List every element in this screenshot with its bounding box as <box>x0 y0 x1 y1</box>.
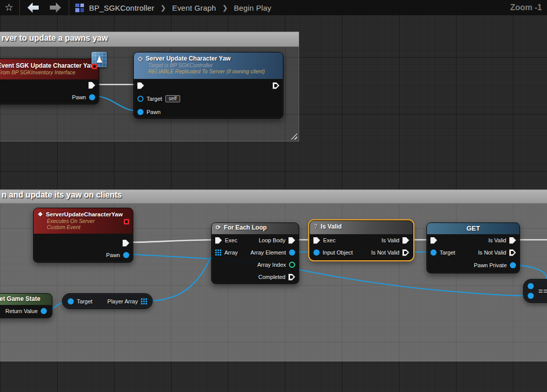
exec-in-pin[interactable] <box>430 237 437 244</box>
node-title: For Each Loop <box>224 224 267 231</box>
equals-input-b-pin[interactable] <box>528 293 534 299</box>
exec-in-pin[interactable] <box>313 237 320 244</box>
exec-out-pin[interactable] <box>273 82 279 89</box>
node-title: Get Game State <box>0 295 48 302</box>
pawn-out-pin[interactable] <box>123 252 129 258</box>
is-valid-out-pin[interactable] <box>402 237 409 244</box>
pin-label-target: Target <box>147 96 162 102</box>
player-array-out-pin[interactable] <box>141 298 147 304</box>
is-not-valid-out-pin[interactable] <box>402 249 409 256</box>
loop-body-out-pin[interactable] <box>289 237 295 244</box>
pin-label-exec: Exec <box>225 237 237 243</box>
pin-label-target: Target <box>440 249 455 256</box>
pin-label-array: Array <box>224 249 238 256</box>
exec-out-pin[interactable] <box>89 82 95 89</box>
pin-label-array-element: Array Element <box>250 249 286 256</box>
node-is-valid[interactable]: ?Is Valid Exec Is Valid Input Object Is … <box>309 220 413 260</box>
pin-label-exec: Exec <box>323 237 335 243</box>
breadcrumb-chevron-icon: ❯ <box>222 4 228 12</box>
node-get-pawn-private[interactable]: GET Is Valid Target Is Not Valid Pawn Pr… <box>426 222 520 273</box>
toolbar-divider <box>19 0 20 15</box>
favorite-star-icon[interactable]: ☆ <box>5 3 13 12</box>
node-subtitle: From BP SGKInventory Interface <box>0 69 95 75</box>
node-title: Is Valid <box>321 223 341 230</box>
input-object-in-pin[interactable] <box>313 249 320 256</box>
equals-operator-label: == <box>538 287 547 295</box>
comment-resize-handle[interactable] <box>290 132 297 139</box>
array-index-out-pin[interactable] <box>289 262 295 268</box>
is-valid-out-pin[interactable] <box>509 237 516 244</box>
pin-label-is-valid: Is Valid <box>488 237 506 243</box>
pin-label-pawn: Pawn <box>106 252 120 258</box>
is-not-valid-out-pin[interactable] <box>509 249 516 256</box>
node-title: ServerUpdateCharacterYaw <box>46 211 123 217</box>
target-in-pin[interactable] <box>68 298 74 304</box>
node-server-update-character-yaw[interactable]: ◇Server Update Character Yaw Target is B… <box>133 52 283 119</box>
pin-label-player-array: Player Array <box>107 298 138 304</box>
node-get-player-array[interactable]: Target Player Array <box>62 293 153 309</box>
pawn-in-pin[interactable] <box>137 109 143 115</box>
pawn-private-out-pin[interactable] <box>510 262 516 268</box>
exec-in-pin[interactable] <box>215 237 222 244</box>
breadcrumb-graph-name[interactable]: Event Graph <box>172 4 216 12</box>
comment-title: rver to update a pawns yaw <box>2 34 108 43</box>
return-value-out-pin[interactable] <box>41 308 47 314</box>
question-mark-icon: ? <box>314 223 318 230</box>
node-subtitle-server: Executes On Server <box>47 218 129 224</box>
blueprint-graph-canvas[interactable]: rver to update a pawns yaw n and update … <box>0 0 547 392</box>
pin-label-return-value: Return Value <box>6 308 38 314</box>
node-get-game-state[interactable]: Get Game State Return Value <box>0 293 52 318</box>
breadcrumb-node-name[interactable]: Begin Play <box>234 4 272 12</box>
pin-label-array-index: Array Index <box>257 262 286 268</box>
node-subtitle-customevent: Custom Event <box>47 224 129 230</box>
breadcrumb-blueprint-name[interactable]: BP_SGKController <box>89 4 154 12</box>
pin-label-completed: Completed <box>258 274 285 280</box>
pin-label-is-valid: Is Valid <box>382 237 399 243</box>
exec-in-pin[interactable] <box>137 82 144 89</box>
node-subtitle-target: Target is BP SGKController <box>148 62 279 68</box>
pin-label-is-not-valid: Is Not Valid <box>371 249 399 256</box>
node-title: Event SGK Update Character Yaw <box>0 62 95 69</box>
zoom-level-label: Zoom -1 <box>510 3 542 12</box>
comment-box-header-update-yaw-clients[interactable]: n and update its yaw on clients <box>0 189 547 204</box>
target-default-value[interactable]: self <box>165 95 181 102</box>
blueprint-class-icon <box>75 4 84 12</box>
pin-label-loop-body: Loop Body <box>258 237 285 243</box>
comment-title: n and update its yaw on clients <box>2 190 122 200</box>
exec-out-pin[interactable] <box>123 240 129 246</box>
target-in-pin[interactable] <box>430 249 437 256</box>
replicated-event-badge <box>124 219 129 225</box>
node-title: GET <box>431 225 515 232</box>
array-element-out-pin[interactable] <box>289 249 295 256</box>
custom-event-icon: ❖ <box>38 211 43 218</box>
replicated-event-badge <box>92 64 97 69</box>
pawn-out-pin[interactable] <box>89 94 95 100</box>
loop-icon: ⟳ <box>216 224 221 231</box>
array-in-pin[interactable] <box>215 249 221 256</box>
pin-label-pawn: Pawn <box>72 94 86 100</box>
node-for-each-loop[interactable]: ⟳For Each Loop Exec Loop Body Array Arra… <box>211 222 299 284</box>
navigate-forward-button[interactable] <box>50 3 61 13</box>
toolbar-divider <box>69 0 69 15</box>
pin-label-input-object: Input Object <box>323 249 353 256</box>
function-icon: ◇ <box>138 55 142 62</box>
node-event-sgk-update-character-yaw[interactable]: Event SGK Update Character Yaw From BP S… <box>0 59 99 104</box>
pin-label-is-not-valid: Is Not Valid <box>478 249 506 256</box>
completed-out-pin[interactable] <box>289 274 295 281</box>
node-serverupdatecharacteryaw-event[interactable]: ❖ServerUpdateCharacterYaw Executes On Se… <box>33 208 133 263</box>
navigate-back-button[interactable] <box>27 3 39 13</box>
breadcrumb-chevron-icon: ❯ <box>160 4 166 12</box>
equals-input-a-pin[interactable] <box>528 283 534 289</box>
comment-box-header-server-update[interactable]: rver to update a pawns yaw <box>0 32 299 47</box>
pin-label-target: Target <box>77 298 93 304</box>
pin-label-pawn-private: Pawn Private <box>474 262 507 268</box>
pin-label-pawn: Pawn <box>147 109 161 115</box>
node-subtitle-reliable: RELIABLE Replicated To Server (if owning… <box>148 68 279 74</box>
node-equals[interactable]: == <box>523 279 547 303</box>
graph-breadcrumb-toolbar: ☆ BP_SGKController ❯ Event Graph ❯ Begin… <box>0 0 547 15</box>
target-in-pin[interactable] <box>137 96 143 102</box>
node-title: Server Update Character Yaw <box>146 55 231 62</box>
